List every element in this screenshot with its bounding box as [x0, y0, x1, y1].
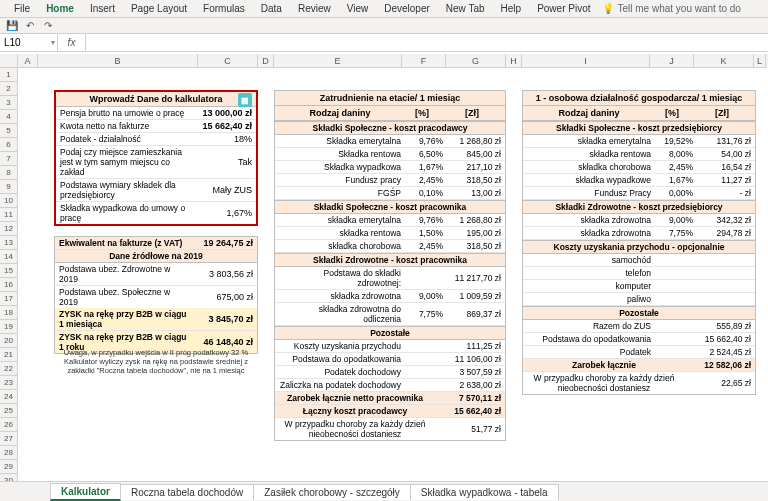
ribbon-tab-home[interactable]: Home [38, 3, 82, 14]
col-J[interactable]: J [650, 54, 694, 68]
input-value[interactable]: 13 000,00 zł [192, 107, 256, 119]
data-row: telefon [523, 267, 755, 280]
bulb-icon: 💡 [602, 3, 614, 14]
row-9[interactable]: 9 [0, 180, 18, 194]
chevron-down-icon: ▾ [51, 38, 55, 47]
source-row: Podstawa ubez. Zdrowotne w 20193 803,56 … [55, 263, 257, 286]
equiv-block: Ekwiwalent na fakturze (z VAT) 19 264,75… [54, 236, 258, 354]
sheet-tab-skladka[interactable]: Składka wypadkowa - tabela [410, 484, 559, 500]
col-A[interactable]: A [18, 54, 38, 68]
col-H[interactable]: H [506, 54, 522, 68]
col-C[interactable]: C [198, 54, 258, 68]
data-row: Podatek2 524,45 zł [523, 346, 755, 359]
ribbon-tab-developer[interactable]: Developer [376, 3, 438, 14]
row-22[interactable]: 22 [0, 362, 18, 376]
input-value[interactable]: 15 662,40 zł [192, 120, 256, 132]
warning-note: Uwaga, w przypadku wejścia w II próg pod… [62, 348, 250, 375]
col-B[interactable]: B [38, 54, 198, 68]
ribbon-tab-page-layout[interactable]: Page Layout [123, 3, 195, 14]
row-21[interactable]: 21 [0, 348, 18, 362]
ribbon: File Home Insert Page Layout Formulas Da… [0, 0, 768, 18]
save-icon[interactable]: 💾 [6, 20, 18, 32]
input-value[interactable]: 1,67% [192, 207, 256, 219]
data-row: składka emerytalna9,76%1 268,80 zł [275, 214, 505, 227]
formula-input[interactable] [86, 34, 768, 51]
row-12[interactable]: 12 [0, 222, 18, 236]
col-hdr-type: Rodzaj daniny [279, 108, 401, 118]
equiv-title-val: 19 264,75 zł [193, 237, 257, 249]
col-G[interactable]: G [446, 54, 506, 68]
row-4[interactable]: 4 [0, 110, 18, 124]
worksheet-grid[interactable]: ABCDEFGHIJKL 123456789101112131415161718… [0, 54, 768, 481]
data-row: Składka emerytalna9,76%1 268,80 zł [275, 135, 505, 148]
employment-title: Zatrudnienie na etacie/ 1 miesiąc [275, 91, 505, 106]
ribbon-tab-view[interactable]: View [339, 3, 377, 14]
undo-icon[interactable]: ↶ [24, 20, 36, 32]
b2b-title: 1 - osobowa działalność gospodarcza/ 1 m… [523, 91, 755, 106]
tell-me[interactable]: 💡Tell me what you want to do [602, 3, 740, 14]
section-header: Składki Społeczne - koszt pracodawcy [275, 121, 505, 135]
row-25[interactable]: 25 [0, 404, 18, 418]
row-23[interactable]: 23 [0, 376, 18, 390]
column-headers[interactable]: ABCDEFGHIJKL [18, 54, 768, 68]
redo-icon[interactable]: ↷ [42, 20, 54, 32]
input-value[interactable]: 18% [192, 133, 256, 145]
row-28[interactable]: 28 [0, 446, 18, 460]
row-5[interactable]: 5 [0, 124, 18, 138]
row-19[interactable]: 19 [0, 320, 18, 334]
col-F[interactable]: F [402, 54, 446, 68]
ribbon-tab-formulas[interactable]: Formulas [195, 3, 253, 14]
row-24[interactable]: 24 [0, 390, 18, 404]
col-L[interactable]: L [754, 54, 766, 68]
section-header: Składki Społeczne - koszt przedsiębiorcy [523, 121, 755, 135]
ribbon-tab-powerpivot[interactable]: Power Pivot [529, 3, 598, 14]
sheet-tab-kalkulator[interactable]: Kalkulator [50, 483, 121, 501]
ribbon-tab-file[interactable]: File [6, 3, 38, 14]
data-row: Składka rentowa6,50%845,00 zł [275, 148, 505, 161]
name-box[interactable]: L10 ▾ [0, 34, 58, 51]
ribbon-tab-review[interactable]: Review [290, 3, 339, 14]
fx-button[interactable]: fx [58, 34, 86, 51]
data-row: samochód [523, 254, 755, 267]
row-20[interactable]: 20 [0, 334, 18, 348]
ribbon-tab-help[interactable]: Help [493, 3, 530, 14]
row-27[interactable]: 27 [0, 432, 18, 446]
row-29[interactable]: 29 [0, 460, 18, 474]
ribbon-tab-newtab[interactable]: New Tab [438, 3, 493, 14]
row-17[interactable]: 17 [0, 292, 18, 306]
row-11[interactable]: 11 [0, 208, 18, 222]
select-all-corner[interactable] [0, 54, 18, 68]
data-row: Podatek dochodowy3 507,59 zł [275, 366, 505, 379]
input-row: Kwota netto na fakturze15 662,40 zł [56, 120, 256, 133]
col-I[interactable]: I [522, 54, 650, 68]
total-row: Łączny koszt pracodawcy15 662,40 zł [275, 405, 505, 418]
row-30[interactable]: 30 [0, 474, 18, 481]
row-16[interactable]: 16 [0, 278, 18, 292]
col-K[interactable]: K [694, 54, 754, 68]
row-15[interactable]: 15 [0, 264, 18, 278]
row-headers[interactable]: 1234567891011121314151617181920212223242… [0, 68, 18, 481]
ribbon-tab-data[interactable]: Data [253, 3, 290, 14]
col-E[interactable]: E [274, 54, 402, 68]
row-1[interactable]: 1 [0, 68, 18, 82]
input-value[interactable]: Tak [192, 156, 256, 168]
row-14[interactable]: 14 [0, 250, 18, 264]
sheet-tab-roczna[interactable]: Roczna tabela dochodów [120, 484, 254, 500]
data-row: składka wypadkowe1,67%11,27 zł [523, 174, 755, 187]
row-18[interactable]: 18 [0, 306, 18, 320]
row-3[interactable]: 3 [0, 96, 18, 110]
row-10[interactable]: 10 [0, 194, 18, 208]
grid-canvas[interactable]: Wprowadź Dane do kalkulatora ▦ Pensja br… [18, 68, 768, 481]
sheet-tab-zasilek[interactable]: Zasiłek chorobowy - szczegóły [253, 484, 411, 500]
data-row: składka rentowa8,00%54,00 zł [523, 148, 755, 161]
col-D[interactable]: D [258, 54, 274, 68]
input-value[interactable]: Mały ZUS [192, 184, 256, 196]
row-13[interactable]: 13 [0, 236, 18, 250]
section-header: Składki Społeczne - koszt pracownika [275, 200, 505, 214]
row-6[interactable]: 6 [0, 138, 18, 152]
row-2[interactable]: 2 [0, 82, 18, 96]
row-7[interactable]: 7 [0, 152, 18, 166]
row-26[interactable]: 26 [0, 418, 18, 432]
row-8[interactable]: 8 [0, 166, 18, 180]
ribbon-tab-insert[interactable]: Insert [82, 3, 123, 14]
